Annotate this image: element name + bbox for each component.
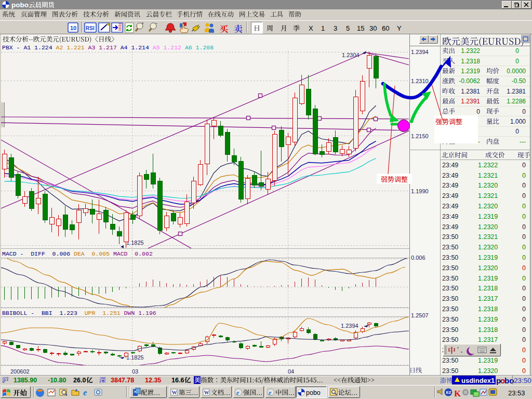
- svg-text:1.2320: 1.2320: [478, 264, 498, 272]
- svg-text:1.2322: 1.2322: [461, 47, 480, 55]
- svg-text:1.2321: 1.2321: [478, 233, 498, 241]
- svg-text:23:50: 23:50: [442, 316, 458, 323]
- svg-text:200602: 200602: [10, 368, 30, 375]
- svg-text:-0.50: -0.50: [512, 77, 526, 85]
- svg-text:30: 30: [369, 24, 377, 32]
- svg-text:1.2320: 1.2320: [478, 367, 498, 375]
- svg-text:1.2320: 1.2320: [478, 203, 498, 210]
- svg-text:1.2320: 1.2320: [478, 182, 498, 189]
- svg-text:0: 0: [515, 128, 519, 135]
- svg-text:0: 0: [522, 326, 526, 334]
- svg-text:0: 0: [522, 336, 526, 343]
- svg-text:23:50: 23:50: [442, 326, 458, 334]
- svg-text:3847.78: 3847.78: [111, 377, 134, 384]
- svg-text:A2 1.221: A2 1.221: [56, 44, 88, 51]
- svg-text:A5 1.212: A5 1.212: [153, 44, 185, 51]
- svg-text:1.2391: 1.2391: [461, 98, 480, 105]
- svg-text:PBX -: PBX -: [2, 44, 23, 51]
- svg-text:pobo: pobo: [306, 389, 321, 396]
- svg-text:0: 0: [522, 203, 526, 210]
- svg-text:1.2286: 1.2286: [507, 98, 526, 105]
- svg-text:23:50: 23:50: [442, 233, 458, 241]
- svg-text:23:49: 23:49: [442, 162, 458, 169]
- svg-text:23:50: 23:50: [442, 336, 458, 343]
- svg-text:1.2318: 1.2318: [478, 305, 498, 313]
- svg-text:1.2381: 1.2381: [507, 88, 526, 95]
- svg-text:23:50: 23:50: [442, 264, 458, 272]
- svg-text:MACD - DIFF 0.006: MACD - DIFF 0.006: [2, 250, 74, 257]
- svg-text:23:50: 23:50: [442, 357, 458, 364]
- svg-text:10: 10: [70, 25, 76, 31]
- svg-text:26.0: 26.0: [73, 377, 86, 384]
- svg-text:---: ---: [520, 138, 526, 145]
- svg-text:1.2150: 1.2150: [411, 133, 429, 139]
- svg-text:1: 1: [321, 24, 325, 32]
- svg-text:A6 1.208: A6 1.208: [185, 44, 214, 51]
- svg-text:EZ: EZ: [446, 390, 451, 395]
- svg-text:23:50: 23:50: [442, 305, 458, 313]
- svg-text:3: 3: [334, 24, 337, 32]
- svg-text:1.2319: 1.2319: [478, 316, 498, 323]
- svg-text:0: 0: [522, 316, 526, 323]
- svg-text:1.2394: 1.2394: [341, 323, 358, 329]
- svg-text:0: 0: [522, 182, 526, 189]
- svg-text:1.000: 1.000: [510, 118, 526, 125]
- svg-text:BBIBOLL - BBI 1.223: BBIBOLL - BBI 1.223: [2, 310, 85, 316]
- svg-text:03: 03: [132, 368, 138, 375]
- svg-text:e: e: [269, 389, 272, 396]
- svg-text:1.2507: 1.2507: [411, 312, 429, 318]
- svg-text:1.2310: 1.2310: [411, 78, 429, 84]
- svg-text:1.2318: 1.2318: [478, 285, 498, 292]
- svg-text:04: 04: [288, 368, 294, 375]
- svg-text:60: 60: [382, 24, 389, 32]
- svg-text:1.1990: 1.1990: [411, 188, 429, 194]
- svg-text:0: 0: [522, 162, 526, 169]
- svg-text:23:50: 23:50: [442, 285, 458, 292]
- svg-text:0.0000: 0.0000: [507, 68, 526, 75]
- svg-text:23:50: 23:50: [442, 244, 458, 251]
- svg-text:23:50: 23:50: [442, 295, 458, 302]
- svg-text:DWN 1.196: DWN 1.196: [124, 310, 156, 316]
- svg-text:1.2381: 1.2381: [461, 88, 480, 95]
- svg-text:’: ’: [457, 345, 459, 354]
- svg-text:0: 0: [522, 367, 526, 375]
- svg-text:0: 0: [515, 58, 519, 65]
- svg-text:23:49: 23:49: [442, 182, 458, 189]
- svg-text:0: 0: [522, 305, 526, 313]
- svg-text:-10.80: -10.80: [48, 377, 66, 384]
- svg-text:23:50: 23:50: [442, 275, 458, 282]
- svg-text:0: 0: [522, 223, 526, 231]
- svg-text:-0.0062: -0.0062: [459, 77, 480, 85]
- svg-text:0.006: 0.006: [411, 255, 425, 261]
- svg-text:23:49: 23:49: [442, 223, 458, 231]
- svg-text:1.2322: 1.2322: [478, 162, 498, 169]
- svg-text:W: W: [204, 390, 209, 395]
- svg-text:pobo: pobo: [11, 1, 29, 9]
- svg-text:0: 0: [522, 264, 526, 272]
- svg-text:1.2320: 1.2320: [478, 223, 498, 231]
- svg-text:0: 0: [522, 172, 526, 179]
- svg-text:0: 0: [476, 108, 480, 115]
- svg-text:0: 0: [522, 357, 526, 364]
- svg-text:UPR 1.251: UPR 1.251: [85, 310, 124, 316]
- svg-text:Y: Y: [397, 24, 402, 32]
- svg-text:0: 0: [522, 285, 526, 292]
- svg-text:0: 0: [522, 275, 526, 282]
- svg-text:RSI: RSI: [86, 25, 95, 31]
- svg-text:0: 0: [522, 108, 526, 115]
- svg-text:A4 1.214: A4 1.214: [121, 44, 153, 51]
- svg-text:0: 0: [515, 47, 519, 55]
- svg-text:1.1825: 1.1825: [126, 354, 144, 361]
- svg-text:5: 5: [346, 24, 350, 32]
- svg-text:0: 0: [522, 244, 526, 251]
- svg-text:W: W: [172, 390, 177, 395]
- svg-text:0: 0: [522, 213, 526, 220]
- svg-text:0: 0: [522, 254, 526, 261]
- svg-text:1.2394: 1.2394: [411, 49, 429, 55]
- svg-text:A3 1.217: A3 1.217: [88, 44, 121, 51]
- svg-text:1.2319: 1.2319: [478, 254, 498, 261]
- svg-text:1385.90: 1385.90: [14, 377, 37, 384]
- svg-text:1.2317: 1.2317: [478, 295, 498, 302]
- svg-text:1.2320: 1.2320: [478, 244, 498, 251]
- svg-text:1.2304: 1.2304: [342, 52, 360, 58]
